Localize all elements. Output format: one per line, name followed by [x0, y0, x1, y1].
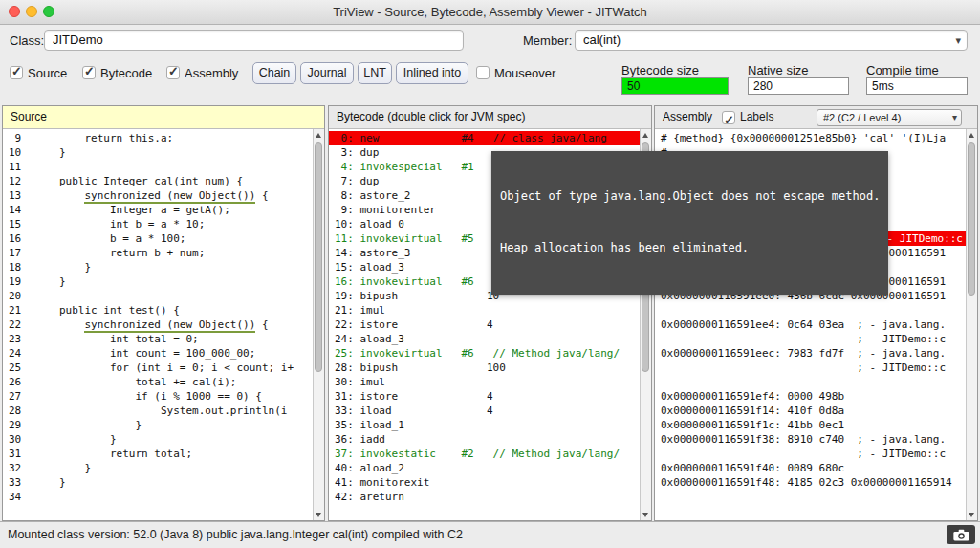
source-line[interactable]: 30 } — [3, 432, 313, 447]
compile-time-value: 5ms — [866, 77, 968, 95]
bytecode-line[interactable]: 35: iload_1 — [329, 418, 640, 432]
scroll-up-icon[interactable] — [967, 129, 977, 141]
source-line[interactable]: 20 — [3, 289, 313, 303]
assembly-line[interactable]: ; - JITDemo::c — [655, 332, 966, 346]
scroll-up-icon[interactable] — [641, 129, 651, 141]
assembly-line[interactable]: 0x0000000116591f38: 8910 c740 ; - java.l… — [655, 432, 966, 447]
source-line[interactable]: 17 return b + num; — [3, 246, 313, 260]
scroll-down-icon[interactable] — [641, 509, 651, 520]
compilation-value: #2 (C2 / Level 4) — [823, 112, 901, 123]
source-scrollbar[interactable] — [313, 129, 324, 520]
source-line[interactable]: 28 System.out.println(i — [3, 404, 313, 418]
assembly-scrollbar[interactable] — [966, 129, 977, 520]
source-line[interactable]: 9 return this.a; — [3, 131, 313, 145]
assembly-line[interactable] — [655, 303, 966, 318]
assembly-line[interactable]: ; - JITDemo::c — [655, 447, 966, 461]
source-line[interactable]: 16 b = a * 100; — [3, 231, 313, 246]
class-input[interactable]: JITDemo — [44, 30, 464, 51]
source-line[interactable]: 32 } — [3, 461, 313, 475]
compile-time-label: Compile time — [866, 63, 939, 77]
assembly-checkbox[interactable]: Assembly — [166, 65, 238, 80]
source-line[interactable]: 15 int b = a * 10; — [3, 217, 313, 231]
source-line[interactable]: 22 synchronized (new Object()) { — [3, 318, 313, 332]
bytecode-line[interactable]: 31: istore 4 — [329, 389, 640, 404]
assembly-line[interactable]: ; - JITDemo::c — [655, 361, 966, 375]
source-checkbox[interactable]: Source — [10, 65, 67, 80]
member-select[interactable]: cal(int) ▾ — [575, 30, 968, 51]
bytecode-line[interactable]: 42: areturn — [329, 490, 640, 504]
bytecode-line[interactable]: 30: imul — [329, 375, 640, 389]
green-underline-mark: synchronized (new Object()) — [84, 318, 255, 333]
scrollbar-thumb[interactable] — [968, 142, 975, 296]
bytecode-line[interactable]: 21: imul — [329, 303, 640, 318]
source-line[interactable]: 19 } — [3, 274, 313, 289]
lnt-button[interactable]: LNT — [358, 62, 392, 84]
source-checkbox-label: Source — [28, 66, 67, 80]
bytecode-line[interactable]: 22: istore 4 — [329, 318, 640, 332]
source-line[interactable]: 21 public int test() { — [3, 303, 313, 318]
source-panel-header: Source — [3, 106, 324, 129]
bytecode-line[interactable]: 24: aload_3 — [329, 332, 640, 346]
zoom-button[interactable] — [43, 6, 54, 17]
source-line[interactable]: 25 for (int i = 0; i < count; i+ — [3, 361, 313, 375]
bytecode-checkbox[interactable]: Bytecode — [82, 65, 152, 80]
close-button[interactable] — [9, 6, 20, 17]
tooltip-line-1: Object of type java.lang.Object does not… — [500, 187, 880, 205]
bytecode-line[interactable]: 33: iload 4 — [329, 404, 640, 418]
title-bar: TriView - Source, Bytecode, Assembly Vie… — [0, 0, 980, 25]
screenshot-button[interactable] — [947, 525, 975, 544]
assembly-line[interactable]: 0x0000000116591f1c: 41bb 0ec1 — [655, 418, 966, 432]
assembly-line[interactable]: 0x0000000116591f48: 4185 02c3 0x00000001… — [655, 475, 966, 490]
scrollbar-thumb[interactable] — [315, 142, 322, 372]
assembly-line[interactable] — [655, 375, 966, 389]
compilation-select[interactable]: #2 (C2 / Level 4) ▾ — [817, 109, 962, 126]
bytecode-panel-header: Bytecode (double click for JVM spec) — [329, 106, 651, 129]
source-line[interactable]: 10 } — [3, 145, 313, 160]
bytecode-line[interactable]: 25: invokevirtual #6 // Method java/lang… — [329, 346, 640, 361]
bytecode-line[interactable]: 28: bipush 100 — [329, 361, 640, 375]
inlined-into-button[interactable]: Inlined into — [396, 62, 468, 84]
source-code: 9 return this.a;10 }11 12 public Integer… — [3, 129, 313, 520]
mouseover-checkbox[interactable]: Mouseover — [476, 65, 555, 80]
bytecode-line[interactable]: 0: new #4 // class java/lang — [329, 131, 640, 145]
source-line[interactable]: 12 public Integer cal(int num) { — [3, 174, 313, 188]
assembly-line[interactable]: 0x0000000116591ef4: 0000 498b — [655, 389, 966, 404]
source-line[interactable]: 31 return total; — [3, 447, 313, 461]
assembly-line[interactable]: 0x0000000116591f40: 0089 680c — [655, 461, 966, 475]
chain-button[interactable]: Chain — [252, 62, 296, 84]
source-line[interactable]: 24 int count = 100_000_00; — [3, 346, 313, 361]
journal-button[interactable]: Journal — [300, 62, 354, 84]
checkbox-box — [722, 111, 735, 124]
minimize-button[interactable] — [26, 6, 37, 17]
source-line[interactable]: 33 } — [3, 475, 313, 490]
scroll-down-icon[interactable] — [314, 509, 324, 520]
assembly-checkbox-label: Assembly — [185, 66, 238, 80]
source-line[interactable]: 18 } — [3, 260, 313, 274]
source-line[interactable]: 14 Integer a = getA(); — [3, 203, 313, 217]
bytecode-line[interactable]: 41: monitorexit — [329, 475, 640, 490]
scroll-up-icon[interactable] — [314, 129, 324, 141]
assembly-line[interactable]: # {method} {0x00000001251e85b0} 'cal' '(… — [655, 131, 966, 145]
source-line[interactable]: 23 int total = 0; — [3, 332, 313, 346]
source-line[interactable]: 29 } — [3, 418, 313, 432]
window-title: TriView - Source, Bytecode, Assembly Vie… — [0, 0, 980, 24]
assembly-line[interactable]: 0x0000000116591ee4: 0c64 03ea ; - java.l… — [655, 318, 966, 332]
source-line[interactable]: 27 if (i % 1000 == 0) { — [3, 389, 313, 404]
status-bar: Mounted class version: 52.0 (Java 8) pub… — [0, 521, 980, 548]
assembly-line[interactable]: 0x0000000116591eec: 7983 fd7f ; - java.l… — [655, 346, 966, 361]
mouseover-checkbox-label: Mouseover — [494, 66, 555, 80]
source-line[interactable]: 34 — [3, 490, 313, 504]
labels-checkbox[interactable]: Labels — [722, 110, 773, 125]
member-label: Member: — [523, 33, 572, 48]
scroll-down-icon[interactable] — [967, 509, 977, 520]
bytecode-line[interactable]: 36: iadd — [329, 432, 640, 447]
checkbox-box — [82, 66, 96, 79]
source-line[interactable]: 13 synchronized (new Object()) { — [3, 188, 313, 203]
bytecode-line[interactable]: 37: invokestatic #2 // Method java/lang/ — [329, 447, 640, 461]
assembly-line[interactable]: 0x0000000116591f14: 410f 0d8a — [655, 404, 966, 418]
source-line[interactable]: 26 total += cal(i); — [3, 375, 313, 389]
assembly-panel-title: Assembly — [663, 106, 712, 128]
class-value: JITDemo — [53, 33, 103, 47]
source-line[interactable]: 11 — [3, 160, 313, 174]
bytecode-line[interactable]: 40: aload_2 — [329, 461, 640, 475]
